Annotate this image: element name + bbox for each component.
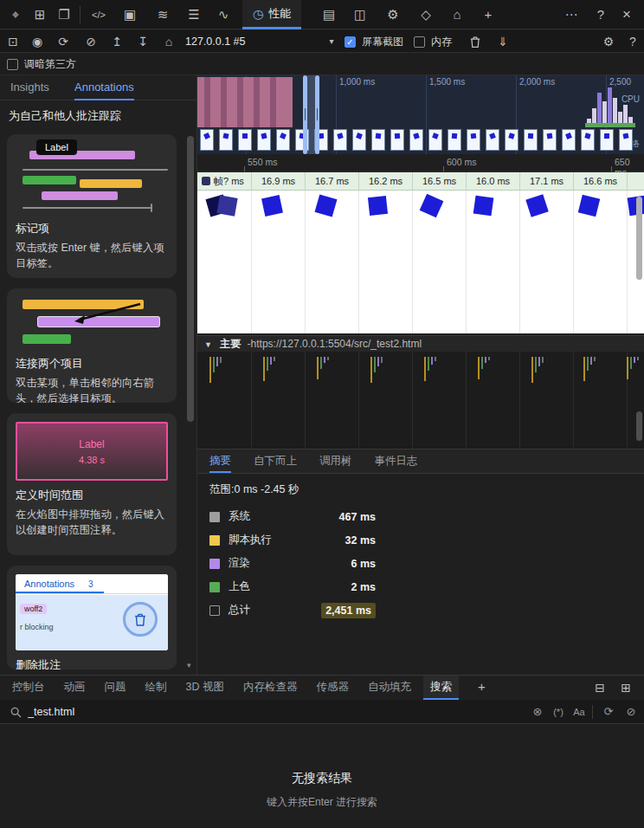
clear-search-icon[interactable]: ⊗ xyxy=(528,700,547,724)
device-toolbar-icon[interactable]: ⊞ xyxy=(29,0,50,29)
drawer-tab-搜索[interactable]: 搜索 xyxy=(423,676,459,700)
dim-third-party-checkbox[interactable] xyxy=(7,59,18,70)
summary-tab-自下而上[interactable]: 自下而上 xyxy=(254,450,297,473)
drawer-tab-问题[interactable]: 问题 xyxy=(105,676,126,700)
toolbar-help-icon[interactable]: ? xyxy=(623,30,642,53)
capture-settings-icon[interactable]: ⚙ xyxy=(599,30,618,53)
match-case-toggle-icon[interactable]: Aa xyxy=(570,700,589,724)
home-panel-icon[interactable]: ⌂ xyxy=(447,0,467,29)
filmstrip-thumbnail[interactable] xyxy=(562,129,576,151)
filmstrip-thumbnail[interactable] xyxy=(543,129,557,151)
record-button[interactable]: ◉ xyxy=(28,30,47,53)
memory-checkbox-label[interactable]: 内存 xyxy=(431,30,452,53)
tab-annotations[interactable]: Annotations xyxy=(74,75,134,100)
dock-bottom-icon[interactable]: ⊟ xyxy=(590,676,609,700)
load-profile-button[interactable]: ↥ xyxy=(107,30,126,53)
regex-toggle-icon[interactable]: (*) xyxy=(549,700,568,724)
add-panel-icon[interactable]: + xyxy=(478,0,499,29)
home-icon[interactable]: ⌂ xyxy=(159,30,178,53)
settings-panel-icon[interactable]: ⚙ xyxy=(383,0,403,29)
scroll-down-icon[interactable]: ▾ xyxy=(187,661,191,670)
clear-recording-button[interactable]: ⊘ xyxy=(81,30,100,53)
dock-panel-icon[interactable]: ❐ xyxy=(54,0,74,29)
tuner-panel-icon[interactable]: ☰ xyxy=(184,0,204,29)
inspect-icon[interactable]: ⌖ xyxy=(5,0,26,29)
frame-screenshot-square[interactable] xyxy=(525,194,548,217)
frame-duration-cell[interactable]: 16.2 ms xyxy=(358,172,412,191)
drawer-tab-绘制[interactable]: 绘制 xyxy=(145,676,167,700)
filmstrip-thumbnail[interactable] xyxy=(467,129,480,151)
frame-duration-cell[interactable]: 16.5 ms xyxy=(412,172,466,191)
filmstrip-thumbnail[interactable] xyxy=(333,129,347,151)
sidebar-scrollbar[interactable] xyxy=(187,136,194,666)
summary-tab-摘要[interactable]: 摘要 xyxy=(209,450,231,473)
drawer-tab-动画[interactable]: 动画 xyxy=(64,676,86,700)
screenshots-checkbox-label[interactable]: 屏幕截图 xyxy=(362,30,403,53)
summary-tab-事件日志[interactable]: 事件日志 xyxy=(375,450,418,473)
filmstrip-thumbnail[interactable] xyxy=(409,129,423,151)
3d-view-panel-icon[interactable]: ◇ xyxy=(415,0,436,29)
drawer-tab-传感器[interactable]: 传感器 xyxy=(316,676,349,700)
filmstrip-thumbnail[interactable] xyxy=(619,129,633,151)
drawer-tab-3D 视图[interactable]: 3D 视图 xyxy=(186,676,224,700)
network-panel-icon[interactable]: ≋ xyxy=(152,0,173,29)
selection-handle-left[interactable] xyxy=(303,75,307,154)
filmstrip-thumbnail[interactable] xyxy=(524,129,538,151)
frame-screenshot-square[interactable] xyxy=(368,196,388,216)
elements-panel-icon[interactable]: </> xyxy=(87,0,111,29)
frame-screenshot-square[interactable] xyxy=(420,194,444,218)
filmstrip-thumbnail[interactable] xyxy=(428,129,442,151)
search-input[interactable] xyxy=(28,703,512,721)
reload-and-record-button[interactable]: ⟳ xyxy=(54,30,73,53)
more-tools-panel-icon[interactable]: ◫ xyxy=(350,0,370,29)
frame-duration-cell[interactable]: 16.0 ms xyxy=(466,172,519,191)
tab-performance[interactable]: ◷ 性能 xyxy=(242,0,301,29)
summary-tab-调用树[interactable]: 调用树 xyxy=(319,450,352,473)
frame-screenshot-square[interactable] xyxy=(315,195,338,217)
filmstrip-thumbnail[interactable] xyxy=(448,129,461,151)
close-devtools-icon[interactable]: × xyxy=(616,0,637,29)
filmstrip-thumbnail[interactable] xyxy=(600,129,614,151)
dim-third-party-label[interactable]: 调暗第三方 xyxy=(24,54,76,75)
collect-garbage-icon[interactable]: ⇓ xyxy=(493,30,512,53)
save-profile-button[interactable]: ↧ xyxy=(133,30,152,53)
filmstrip-thumbnail[interactable] xyxy=(486,129,499,151)
drawer-tab-控制台[interactable]: 控制台 xyxy=(12,676,45,700)
filmstrip-thumbnail[interactable] xyxy=(371,129,385,151)
filmstrip-thumbnail[interactable] xyxy=(505,129,518,151)
frame-screenshot-square[interactable] xyxy=(578,195,600,217)
flame-scrollbar-thumb[interactable] xyxy=(636,411,642,441)
filmstrip-thumbnail[interactable] xyxy=(200,129,214,151)
application-panel-icon[interactable]: ▤ xyxy=(319,0,339,29)
more-menu-icon[interactable]: ⋯ xyxy=(561,0,582,29)
filmstrip-thumbnail[interactable] xyxy=(276,129,290,151)
trash-icon[interactable] xyxy=(469,36,481,49)
memory-panel-icon[interactable]: ∿ xyxy=(213,0,234,29)
frame-duration-cell[interactable]: 16.7 ms xyxy=(305,172,358,191)
filmstrip-thumbnail[interactable] xyxy=(581,129,595,151)
frame-screenshot-square[interactable] xyxy=(261,195,283,217)
sidebar-scrollbar-thumb[interactable] xyxy=(187,136,194,422)
frames-first-cell[interactable]: 帧? ms xyxy=(197,172,251,191)
filmstrip-thumbnail[interactable] xyxy=(352,129,366,151)
drawer-tab-内存检查器[interactable]: 内存检查器 xyxy=(243,676,298,700)
flame-chart[interactable] xyxy=(197,352,644,449)
timeline-overview[interactable]: CPU 网络 500 ms1,000 ms1,500 ms2,000 ms2,5… xyxy=(197,75,644,154)
frame-duration-cell[interactable]: 16.6 ms xyxy=(573,172,627,191)
refresh-search-icon[interactable]: ⟳ xyxy=(599,700,618,724)
clear-results-icon[interactable]: ⊘ xyxy=(621,700,641,724)
screenshots-track[interactable] xyxy=(197,191,644,333)
collapse-caret-icon[interactable]: ▼ xyxy=(204,340,212,349)
selection-handle-right[interactable] xyxy=(315,75,319,154)
target-dropdown-icon[interactable]: ▾ xyxy=(322,30,341,53)
add-drawer-tab-icon[interactable]: + xyxy=(478,676,486,700)
recording-target[interactable]: 127.0.0.1 #5 xyxy=(185,30,246,53)
main-thread-header[interactable]: ▼ 主要 -https://127.0.0.1:5504/src/_test2.… xyxy=(197,335,644,352)
frame-duration-cell[interactable]: 16.9 ms xyxy=(251,172,305,191)
memory-checkbox[interactable] xyxy=(414,36,425,48)
expand-drawer-icon[interactable]: ⊞ xyxy=(616,676,635,700)
selection-window[interactable] xyxy=(307,75,315,154)
console-panel-icon[interactable]: ▣ xyxy=(119,0,140,29)
screenshots-checkbox[interactable]: ✓ xyxy=(345,36,356,48)
track-scrollbar-thumb[interactable] xyxy=(636,197,642,280)
